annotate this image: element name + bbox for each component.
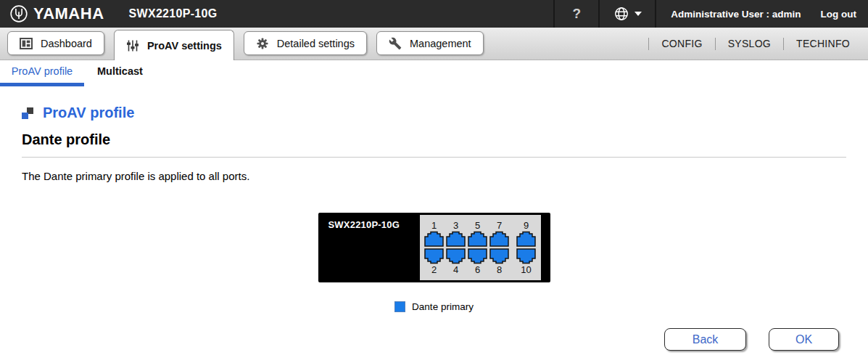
tab-dashboard[interactable]: Dashboard	[7, 31, 104, 55]
port-number-top: 3	[453, 220, 458, 231]
tab-detailed-settings[interactable]: Detailed settings	[244, 31, 367, 55]
help-icon: ?	[572, 6, 581, 22]
techinfo-link[interactable]: TECHINFO	[784, 38, 862, 49]
overlapping-squares-icon	[22, 107, 33, 119]
divider	[655, 0, 656, 28]
section-title: ProAV profile	[43, 105, 134, 121]
topbar-right: ? Administrative User : admin Log out	[553, 0, 868, 28]
back-button[interactable]: Back	[664, 328, 746, 351]
tab-label: Management	[410, 38, 471, 49]
chevron-down-icon	[635, 12, 642, 16]
yamaha-tuning-fork-icon	[9, 4, 28, 23]
logout-button[interactable]: Log out	[821, 9, 856, 20]
rj45-port-icon	[516, 248, 536, 264]
port-number-top: 9	[524, 220, 529, 231]
rj45-port-icon	[446, 248, 466, 264]
port-column: 9 10	[516, 220, 536, 275]
port-number-bottom: 2	[431, 264, 437, 275]
dashboard-icon	[20, 37, 33, 50]
main-tabs: Dashboard ProAV settings	[7, 28, 484, 60]
port-number-bottom: 8	[497, 264, 502, 275]
rj45-port-icon	[489, 231, 509, 247]
heading-divider	[22, 157, 846, 158]
page-heading: Dante profile	[22, 131, 868, 148]
tab-management[interactable]: Management	[376, 31, 484, 55]
device-title: SWX2210P-10G	[129, 7, 218, 20]
switch-model-label: SWX2210P-10G	[328, 219, 400, 230]
syslog-link[interactable]: SYSLOG	[716, 38, 783, 49]
subtab-proav-profile[interactable]: ProAV profile	[0, 65, 84, 86]
rj45-port-icon	[516, 231, 536, 247]
switch-diagram: SWX2210P-10G 1 2 3 4 5 6 7	[318, 213, 550, 282]
subtab-multicast[interactable]: Multicast	[97, 65, 143, 86]
config-link[interactable]: CONFIG	[649, 38, 714, 49]
help-button[interactable]: ?	[555, 0, 598, 28]
language-button[interactable]	[600, 0, 655, 28]
quick-links: CONFIG SYSLOG TECHINFO	[648, 28, 862, 60]
faders-icon	[126, 39, 139, 52]
page-content: ProAV profile Dante profile The Dante pr…	[0, 105, 868, 351]
tab-label: ProAV settings	[147, 40, 222, 52]
logged-in-user-label: Administrative User : admin	[671, 9, 801, 20]
page-description: The Dante primary profile is applied to …	[22, 170, 868, 182]
rj45-port-icon	[424, 231, 444, 247]
legend-label: Dante primary	[412, 301, 474, 312]
port-number-top: 7	[497, 220, 502, 231]
subtab-bar: ProAV profile Multicast	[0, 60, 868, 86]
tab-proav-settings[interactable]: ProAV settings	[114, 30, 234, 60]
rj45-port-icon	[424, 248, 444, 264]
port-number-top: 5	[475, 220, 480, 231]
port-column: 5 6	[468, 220, 487, 275]
gear-icon	[256, 37, 269, 50]
port-panel-grid: 1 2 3 4 5 6 7 8	[420, 215, 541, 280]
rj45-port-icon	[468, 231, 487, 247]
port-number-bottom: 4	[453, 264, 458, 275]
brand-logo: YAMAHA	[9, 4, 104, 23]
port-column: 3 4	[446, 220, 466, 275]
tab-label: Dashboard	[41, 38, 92, 49]
section-title-row: ProAV profile	[22, 105, 868, 121]
ok-button[interactable]: OK	[769, 328, 839, 351]
port-number-bottom: 6	[475, 264, 480, 275]
port-number-bottom: 10	[521, 264, 531, 275]
rj45-port-icon	[468, 248, 487, 264]
brand-name: YAMAHA	[33, 4, 104, 23]
main-tabbar: Dashboard ProAV settings	[0, 28, 868, 60]
wrench-icon	[389, 37, 402, 50]
legend: Dante primary	[0, 301, 868, 312]
rj45-port-icon	[446, 231, 466, 247]
globe-icon	[613, 6, 629, 22]
rj45-port-icon	[489, 248, 509, 264]
tab-label: Detailed settings	[277, 38, 355, 49]
topbar: YAMAHA SWX2210P-10G ? Administrative Use…	[0, 0, 868, 28]
port-number-top: 1	[431, 220, 437, 231]
port-column: 7 8	[489, 220, 509, 275]
legend-color-swatch	[394, 301, 405, 312]
port-column: 1 2	[424, 220, 444, 275]
action-buttons: Back OK	[0, 328, 839, 351]
